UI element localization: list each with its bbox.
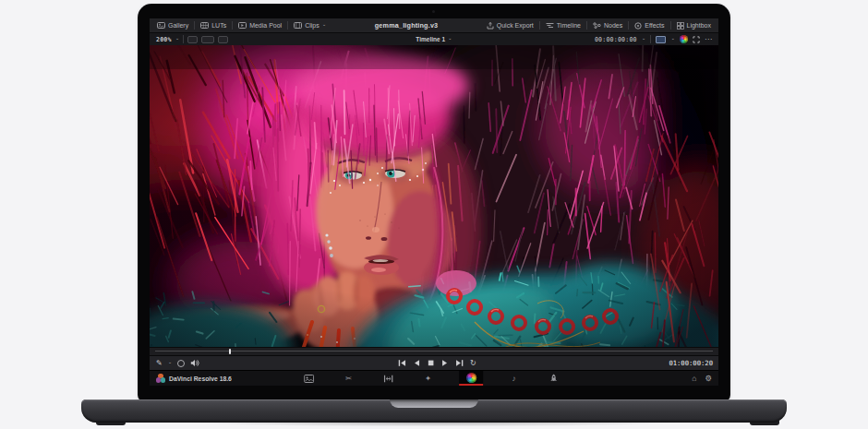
playhead[interactable] — [229, 349, 231, 354]
chevron-down-icon: ⌄ — [448, 36, 452, 42]
cut-page-icon: ✂ — [345, 374, 352, 383]
scrubber-track[interactable] — [155, 351, 713, 352]
lid-lift-notch — [390, 399, 478, 408]
clips-icon — [294, 22, 302, 29]
davinci-resolve-window: Gallery LUTs Media Pool Cl — [150, 18, 718, 386]
chevron-down-icon: ⌄ — [642, 36, 646, 42]
bypass-grade-icon[interactable] — [177, 360, 185, 367]
right-tool-group: Quick Export Timeline Nodes — [481, 18, 718, 32]
timeline-button[interactable]: Timeline — [540, 18, 586, 32]
transport-bar: ✎ ⌄ ↻ 01:00:00:20 — [150, 355, 718, 370]
laptop-display: Gallery LUTs Media Pool Cl — [139, 5, 729, 401]
effects-icon — [634, 22, 642, 30]
record-timecode: 01:00:00:20 — [669, 359, 713, 367]
tab-edit[interactable] — [380, 371, 397, 386]
product-shot: Gallery LUTs Media Pool Cl — [0, 0, 868, 429]
fusion-page-icon: ✦ — [425, 374, 431, 383]
top-toolbar: Gallery LUTs Media Pool Cl — [150, 18, 718, 32]
luts-icon — [200, 22, 209, 29]
project-title: gemma_lighting.v3 — [332, 21, 480, 30]
camera-icon — [432, 10, 435, 13]
settings-gear-button[interactable]: ⚙ — [705, 374, 712, 383]
tab-deliver[interactable] — [545, 371, 562, 386]
lightbox-icon — [677, 22, 684, 30]
gallery-label: Gallery — [168, 22, 188, 29]
laptop-base — [81, 399, 787, 423]
stop-button[interactable] — [427, 359, 435, 367]
system-buttons: ⌂ ⚙ — [692, 371, 712, 386]
nodes-button[interactable]: Nodes — [587, 18, 628, 32]
annotate-pen-icon[interactable]: ✎ — [156, 360, 163, 367]
viewer-image — [150, 45, 718, 347]
tab-fairlight[interactable]: ♪ — [505, 371, 523, 386]
nodes-label: Nodes — [604, 22, 622, 29]
transport-right: 01:00:00:20 — [669, 356, 713, 370]
lightbox-label: Lightbox — [687, 22, 711, 29]
play-button[interactable] — [441, 359, 449, 367]
timeline-icon — [546, 22, 554, 29]
luts-label: LUTs — [211, 22, 226, 29]
davinci-resolve-logo-icon — [156, 374, 165, 383]
home-button[interactable]: ⌂ — [692, 374, 696, 383]
media-pool-button[interactable]: Media Pool — [233, 18, 287, 32]
skip-to-start-button[interactable] — [398, 359, 406, 367]
tab-fusion[interactable]: ✦ — [419, 371, 437, 386]
effects-label: Effects — [645, 22, 664, 29]
gallery-icon — [157, 22, 165, 29]
page-tabs: ✂ ✦ ♪ — [300, 371, 562, 386]
left-tool-group: Gallery LUTs Media Pool Cl — [150, 18, 332, 32]
clips-label: Clips — [305, 22, 319, 29]
tab-color[interactable] — [459, 371, 483, 386]
media-pool-label: Media Pool — [249, 22, 282, 29]
effects-button[interactable]: Effects — [629, 18, 669, 32]
chevron-down-icon: ⌄ — [322, 22, 327, 28]
tab-media[interactable] — [300, 371, 318, 386]
viewer-toolbar: 200% ⌄ Timeline 1 ⌄ 00:00:00:00 ⌄ ⌄ — [150, 32, 718, 45]
timeline-select-group: Timeline 1 ⌄ — [150, 36, 718, 42]
step-back-button[interactable] — [413, 359, 420, 367]
nodes-icon — [593, 22, 601, 29]
tab-cut[interactable]: ✂ — [340, 371, 357, 386]
quick-export-icon — [487, 22, 494, 30]
loop-button[interactable]: ↻ — [470, 360, 476, 367]
transport-left-tools: ✎ ⌄ — [156, 356, 199, 370]
fairlight-page-icon: ♪ — [512, 374, 516, 383]
skip-to-end-button[interactable] — [455, 359, 464, 367]
lightbox-button[interactable]: Lightbox — [671, 18, 717, 32]
quick-export-label: Quick Export — [497, 22, 534, 29]
timeline-select[interactable]: Timeline 1 — [416, 36, 445, 42]
media-pool-icon — [238, 22, 247, 29]
app-identity: DaVinci Resolve 18.6 — [150, 374, 232, 383]
timeline-label: Timeline — [557, 22, 581, 29]
app-version-label: DaVinci Resolve 18.6 — [169, 375, 232, 382]
edit-page-icon — [383, 375, 393, 383]
viewer-scrubber[interactable] — [150, 347, 718, 355]
quick-export-button[interactable]: Quick Export — [481, 18, 539, 32]
luts-button[interactable]: LUTs — [195, 18, 232, 32]
chevron-down-icon: ⌄ — [670, 36, 675, 42]
transport-controls: ↻ — [398, 356, 476, 370]
clips-button[interactable]: Clips ⌄ — [288, 18, 332, 32]
color-page-icon — [466, 373, 476, 383]
page-bar: DaVinci Resolve 18.6 ✂ ✦ ♪ — [150, 370, 718, 386]
chevron-down-icon: ⌄ — [168, 360, 173, 365]
deliver-page-icon — [549, 374, 558, 383]
viewer-canvas — [150, 45, 718, 347]
audio-speaker-icon[interactable] — [190, 359, 199, 367]
gallery-button[interactable]: Gallery — [151, 18, 194, 32]
media-page-icon — [304, 375, 314, 383]
